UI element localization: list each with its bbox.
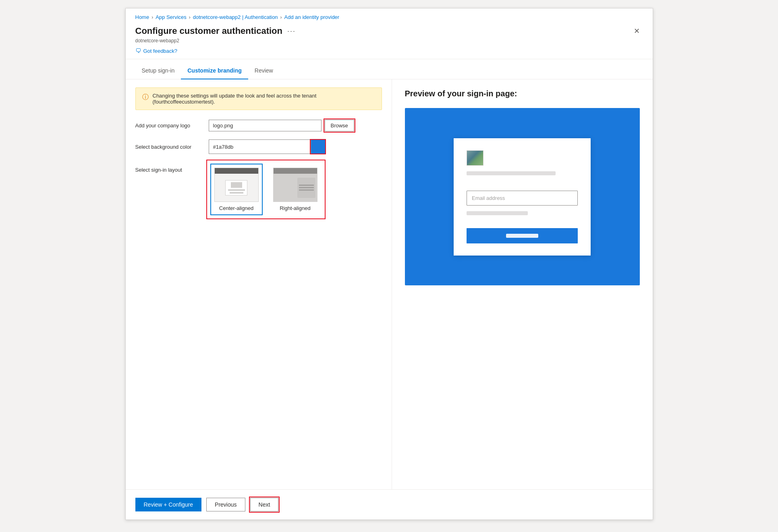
thumb-center-content — [215, 174, 258, 202]
preview-btn-inner — [506, 234, 538, 238]
left-pane: ⓘ Changing these settings will update th… — [126, 79, 392, 489]
feedback-icon: 🗨 — [135, 48, 141, 54]
preview-container: Email address — [405, 108, 640, 285]
layout-field-row: Select sign-in layout — [135, 162, 382, 217]
browse-button[interactable]: Browse — [325, 120, 354, 131]
feedback-link[interactable]: 🗨 Got feedback? — [135, 48, 643, 54]
logo-field-row: Add your company logo Browse — [135, 120, 382, 131]
logo-input[interactable] — [209, 120, 322, 131]
tab-setup-signin[interactable]: Setup sign-in — [135, 62, 181, 79]
close-button[interactable]: ✕ — [631, 25, 643, 37]
panel-ellipsis-menu[interactable]: ··· — [287, 27, 296, 35]
next-button[interactable]: Next — [250, 498, 279, 511]
bg-color-field-row: Select background color — [135, 139, 382, 154]
panel-header: Configure customer authentication ··· ✕ … — [126, 23, 653, 59]
info-banner-text: Changing these settings will update the … — [153, 93, 375, 105]
info-banner: ⓘ Changing these settings will update th… — [135, 87, 382, 110]
previous-button[interactable]: Previous — [206, 498, 245, 511]
panel-title: Configure customer authentication — [135, 26, 282, 36]
breadcrumb-add-identity[interactable]: Add an identity provider — [284, 14, 340, 20]
main-panel: Home › App Services › dotnetcore-webapp2… — [125, 8, 653, 520]
preview-link-line — [467, 211, 528, 215]
bottom-bar: Review + Configure Previous Next — [126, 489, 653, 520]
breadcrumb: Home › App Services › dotnetcore-webapp2… — [126, 8, 653, 23]
layout-right-option[interactable]: Right-aligned — [269, 164, 322, 215]
logo-label: Add your company logo — [135, 123, 204, 129]
tab-review[interactable]: Review — [248, 62, 280, 79]
panel-subtitle: dotnetcore-webapp2 — [135, 38, 643, 44]
breadcrumb-app-services[interactable]: App Services — [156, 14, 187, 20]
tab-bar: Setup sign-in Customize branding Review — [126, 62, 653, 79]
logo-input-group: Browse — [209, 120, 354, 131]
preview-email-input: Email address — [467, 191, 578, 206]
layout-center-option[interactable]: Center-aligned — [210, 164, 263, 215]
right-pane: Preview of your sign-in page: Email addr… — [392, 79, 653, 489]
tab-customize-branding[interactable]: Customize branding — [181, 62, 248, 79]
feedback-label: Got feedback? — [143, 48, 178, 54]
review-configure-button[interactable]: Review + Configure — [135, 498, 202, 511]
preview-title: Preview of your sign-in page: — [405, 89, 640, 98]
thumb-right-content — [274, 174, 317, 202]
preview-title-line — [467, 171, 556, 175]
bg-color-label: Select background color — [135, 144, 204, 150]
layout-center-label: Center-aligned — [219, 205, 253, 211]
preview-submit-button — [467, 228, 578, 243]
layout-right-label: Right-aligned — [280, 205, 311, 211]
layout-center-thumb — [214, 168, 259, 202]
color-input-wrap — [209, 139, 326, 154]
layout-label: Select sign-in layout — [135, 162, 204, 173]
thumb-right-box — [297, 178, 315, 198]
preview-card: Email address — [454, 138, 591, 256]
info-icon: ⓘ — [142, 93, 149, 102]
preview-logo-inner — [467, 151, 483, 165]
color-swatch[interactable] — [311, 140, 325, 154]
breadcrumb-home[interactable]: Home — [135, 14, 149, 20]
preview-logo — [467, 150, 483, 166]
layout-right-thumb — [273, 168, 317, 202]
content-area: ⓘ Changing these settings will update th… — [126, 79, 653, 489]
layout-options: Center-aligned — [209, 162, 323, 217]
thumb-header — [215, 168, 258, 174]
thumb-center-box — [225, 180, 247, 195]
color-text-input[interactable] — [209, 141, 311, 152]
thumb-right-header — [274, 168, 317, 174]
breadcrumb-webapp-auth[interactable]: dotnetcore-webapp2 | Authentication — [193, 14, 278, 20]
